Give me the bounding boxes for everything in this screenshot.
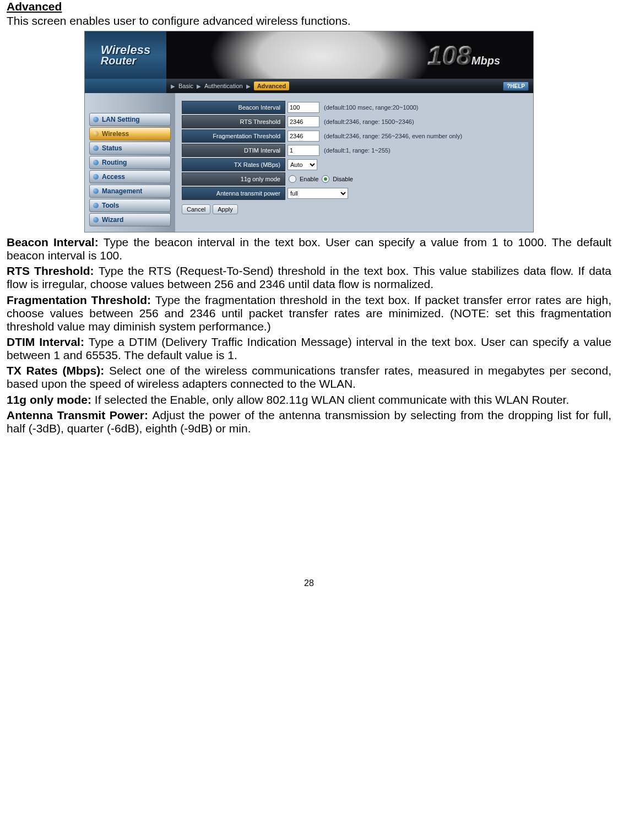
rts-input[interactable]	[288, 116, 319, 127]
bullet-icon	[93, 117, 99, 122]
bullet-icon	[93, 131, 99, 137]
bullet-icon	[93, 188, 99, 194]
radio-disable-label: Disable	[333, 176, 353, 182]
sidebar-item-status[interactable]: Status	[89, 142, 171, 155]
help-button[interactable]: ?HELP	[503, 82, 529, 91]
para-antenna: Antenna Transmit Power: Adjust the power…	[7, 409, 611, 435]
sidebar-item-access[interactable]: Access	[89, 170, 171, 183]
bullet-icon	[93, 174, 99, 180]
content-panel: Beacon Interval (default:100 msec, range…	[175, 93, 533, 232]
speed-number: 108	[427, 40, 471, 71]
label-frag: Fragmentation Threshold	[182, 129, 285, 143]
chevron-icon: ▶	[246, 83, 251, 89]
breadcrumb-advanced[interactable]: Advanced	[254, 82, 290, 90]
sidebar-item-tools[interactable]: Tools	[89, 199, 171, 212]
sidebar-item-wireless[interactable]: Wireless	[89, 127, 171, 140]
frag-hint: (default:2346, range: 256~2346, even num…	[324, 133, 462, 139]
para-rts: RTS Threshold: Type the RTS (Request-To-…	[7, 264, 611, 291]
section-title: Advanced	[7, 0, 611, 13]
label-beacon: Beacon Interval	[182, 101, 285, 114]
sidebar-item-wizard[interactable]: Wizard	[89, 213, 171, 226]
apply-button[interactable]: Apply	[213, 204, 238, 214]
label-tx: TX Rates (MBps)	[182, 158, 285, 171]
bullet-icon	[93, 217, 99, 223]
sidebar-item-lan[interactable]: LAN Setting	[89, 113, 171, 126]
speed-badge: 108 Mbps	[427, 40, 500, 71]
label-antenna: Antenna transmit power	[182, 187, 285, 200]
logo-line2: Router	[101, 56, 150, 66]
logo-text: Wireless Router	[101, 45, 150, 66]
intro-text: This screen enables user to configure ad…	[7, 14, 611, 28]
logo-panel: Wireless Router	[85, 31, 166, 79]
header-banner: Wireless Router 108 Mbps	[85, 31, 533, 79]
cancel-button[interactable]: Cancel	[182, 204, 210, 214]
label-11g: 11g only mode	[182, 172, 285, 186]
radio-enable-label: Enable	[300, 176, 318, 182]
tx-select[interactable]: Auto	[288, 159, 317, 170]
sidebar-item-management[interactable]: Management	[89, 185, 171, 198]
bullet-icon	[93, 160, 99, 165]
breadcrumb-auth[interactable]: Authentication	[204, 83, 243, 89]
label-rts: RTS Threshold	[182, 115, 285, 128]
chevron-icon: ▶	[171, 83, 175, 89]
bullet-icon	[93, 145, 99, 151]
para-tx: TX Rates (Mbps): Select one of the wirel…	[7, 364, 611, 391]
label-dtim: DTIM Interval	[182, 144, 285, 157]
dtim-hint: (default:1, range: 1~255)	[324, 147, 391, 154]
antenna-select[interactable]: full	[288, 188, 348, 199]
beacon-hint: (default:100 msec, range:20~1000)	[324, 104, 419, 111]
frag-input[interactable]	[288, 131, 319, 142]
sidebar-item-routing[interactable]: Routing	[89, 156, 171, 169]
radio-enable[interactable]	[289, 175, 296, 183]
logo-line1: Wireless	[101, 45, 150, 56]
router-screenshot: Wireless Router 108 Mbps ▶ Basic ▶ Authe…	[84, 31, 534, 232]
breadcrumb-basic[interactable]: Basic	[178, 83, 193, 89]
para-11g: 11g only mode: If selected the Enable, o…	[7, 393, 611, 407]
banner-graphic: 108 Mbps	[166, 31, 533, 79]
breadcrumb: ▶ Basic ▶ Authentication ▶ Advanced	[171, 82, 289, 90]
beacon-input[interactable]	[288, 102, 319, 113]
chevron-icon: ▶	[197, 83, 201, 89]
para-frag: Fragmentation Threshold: Type the fragme…	[7, 294, 611, 333]
sidebar: LAN Setting Wireless Status Routing Acce…	[85, 93, 175, 232]
para-dtim: DTIM Interval: Type a DTIM (Delivery Tra…	[7, 335, 611, 362]
dtim-input[interactable]	[288, 145, 319, 156]
speed-unit: Mbps	[471, 55, 500, 67]
page-number: 28	[7, 578, 611, 599]
bullet-icon	[93, 203, 99, 208]
para-beacon: Beacon Interval: Type the beacon interva…	[7, 236, 611, 262]
radio-disable[interactable]	[322, 175, 329, 183]
rts-hint: (default:2346, range: 1500~2346)	[324, 118, 414, 125]
breadcrumb-bar: ▶ Basic ▶ Authentication ▶ Advanced ?HEL…	[85, 79, 533, 93]
